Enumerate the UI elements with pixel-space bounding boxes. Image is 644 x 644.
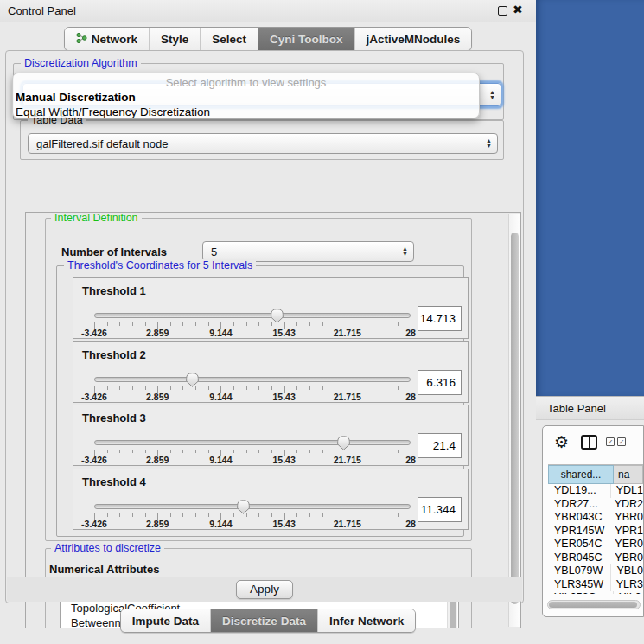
table-row[interactable]: YPR145WYPR1	[548, 525, 643, 539]
slider-scale-labels: -3.4262.8599.14415.4321.71528	[94, 392, 411, 402]
tick-mark	[271, 450, 272, 453]
table-row[interactable]: YBR043CYBR0	[548, 511, 643, 525]
table-cell-shared-name: YBR045C	[548, 552, 609, 565]
checkbox-icon[interactable]: ✓	[617, 437, 626, 446]
slider-thumb[interactable]	[271, 309, 284, 323]
tick-mark	[335, 513, 335, 517]
tick-mark	[182, 386, 183, 390]
tick-mark	[208, 450, 209, 453]
tab-style[interactable]: Style	[150, 28, 201, 50]
threshold-label: Threshold 4	[82, 475, 146, 488]
scale-label: 15.43	[272, 519, 295, 529]
slider-thumb[interactable]	[237, 500, 250, 514]
checkbox-icon[interactable]: ✓	[606, 437, 615, 446]
tick-mark	[170, 386, 171, 390]
tick-mark	[373, 450, 373, 453]
scale-label: 21.715	[334, 455, 361, 465]
algorithm-dropdown-popup: Select algorithm to view settings Manual…	[12, 73, 480, 118]
panel-footer: Apply	[7, 577, 522, 602]
threshold-value-field[interactable]: 11.344	[418, 497, 462, 522]
tab-network[interactable]: Network	[65, 28, 150, 50]
float-window-icon[interactable]	[498, 6, 507, 16]
slider-scale-labels: -3.4262.8599.14415.4321.71528	[94, 328, 411, 338]
tick-mark	[119, 450, 120, 453]
scale-label: 21.715	[334, 328, 361, 338]
bottom-tab-set: Impute DataDiscretize DataInfer Network	[120, 609, 416, 633]
tick-mark	[309, 450, 310, 453]
num-intervals-label: Number of Intervals	[61, 245, 167, 258]
threshold-value-field[interactable]: 14.713	[418, 306, 462, 331]
table-row[interactable]: YBR045CYBR0	[548, 552, 643, 565]
tick-mark	[386, 386, 386, 390]
tick-mark	[271, 322, 272, 326]
table-hscrollbar[interactable]	[547, 600, 641, 609]
scale-label: 2.859	[146, 328, 169, 338]
tick-mark	[182, 513, 183, 517]
tab-discretize-data[interactable]: Discretize Data	[211, 609, 318, 632]
column-header-shared-name[interactable]: shared...	[548, 465, 614, 484]
slider-track[interactable]	[94, 377, 411, 382]
split-view-icon[interactable]	[581, 435, 597, 450]
dropdown-item[interactable]: Equal Width/Frequency Discretization	[13, 105, 479, 119]
scale-label: 9.144	[209, 392, 232, 402]
scale-label: -3.426	[81, 455, 107, 465]
threshold-value-field[interactable]: 6.316	[418, 370, 462, 395]
table-row[interactable]: YLR345WYLR3	[548, 578, 643, 592]
tick-mark	[360, 386, 360, 390]
slider-track[interactable]	[94, 313, 411, 318]
column-header-name[interactable]: na	[614, 465, 643, 484]
tick-mark	[132, 450, 133, 453]
tick-mark	[296, 450, 297, 453]
top-tab-bar: NetworkStyleSelectCyni ToolboxjActiveMNo…	[0, 27, 536, 51]
tab-label: Cyni Toolbox	[270, 33, 343, 46]
settings-scrollbar-thumb[interactable]	[511, 233, 519, 604]
table-panel-header: Table Panel	[536, 396, 644, 420]
slider-track[interactable]	[94, 504, 411, 509]
tick-mark	[119, 322, 120, 326]
tab-label: Infer Network	[329, 615, 404, 628]
tab-infer-network[interactable]: Infer Network	[318, 609, 415, 632]
tab-cyni-toolbox[interactable]: Cyni Toolbox	[258, 28, 355, 50]
table-cell-shared-name: YPR145W	[548, 525, 609, 539]
slider-thumb[interactable]	[186, 373, 199, 387]
table-row[interactable]: YER054CYER0	[548, 538, 643, 552]
apply-button[interactable]: Apply	[236, 580, 293, 599]
control-panel-titlebar: Control Panel ✖	[0, 0, 536, 22]
table-row[interactable]: YDR27...YDR2	[548, 498, 643, 512]
tick-mark	[398, 386, 399, 390]
tick-mark	[373, 386, 373, 390]
tick-mark	[107, 450, 108, 453]
scale-label: 2.859	[146, 455, 169, 465]
tab-label: Discretize Data	[222, 615, 306, 628]
tick-mark	[258, 386, 259, 390]
tab-impute-data[interactable]: Impute Data	[121, 609, 211, 632]
tick-mark	[309, 513, 310, 517]
combo-arrows-icon: ▲▼	[402, 242, 408, 261]
tick-mark	[246, 386, 247, 390]
table-data-group: Table Data galFiltered.sif default node …	[20, 120, 504, 160]
tick-mark	[145, 450, 146, 453]
slider-thumb[interactable]	[337, 436, 350, 450]
slider-track[interactable]	[94, 440, 411, 445]
dropdown-item[interactable]: Manual Discretization	[13, 90, 479, 105]
table-row[interactable]: YIL052CYIL0	[548, 591, 643, 594]
close-icon[interactable]: ✖	[513, 3, 523, 16]
tick-mark	[258, 450, 259, 453]
gear-icon[interactable]: ⚙	[554, 432, 569, 452]
app-root: { "window": { "title": "Control Panel" }…	[0, 0, 644, 644]
tick-mark	[107, 322, 108, 326]
tick-mark	[170, 322, 171, 326]
thresholds-group: Threshold's Coordinates for 5 Intervals …	[56, 265, 464, 537]
tick-mark	[170, 513, 171, 517]
table-hscrollbar-thumb[interactable]	[549, 602, 637, 608]
tab-jactivemnodules[interactable]: jActiveMNodules	[355, 28, 472, 50]
threshold-panel: Threshold 2-3.4262.8599.14415.4321.71528…	[73, 341, 469, 403]
scale-label: 9.144	[209, 328, 232, 338]
tick-mark	[145, 513, 146, 517]
table-data-combobox[interactable]: galFiltered.sif default node ▲▼	[28, 133, 498, 154]
threshold-value-field[interactable]: 21.4	[418, 433, 462, 458]
table-row[interactable]: YDL19...YDL1	[548, 484, 643, 498]
table-row[interactable]: YBL079WYBL0	[548, 564, 643, 578]
tab-select[interactable]: Select	[201, 28, 258, 50]
settings-scrollbar[interactable]	[508, 214, 520, 627]
